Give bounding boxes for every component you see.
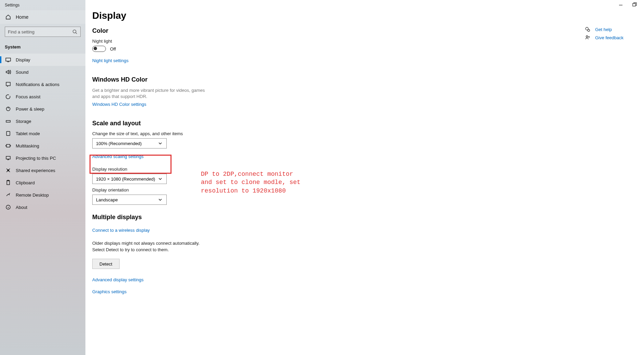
minimize-button[interactable] [618, 2, 624, 8]
nav-label: Projecting to this PC [16, 156, 56, 161]
svg-point-15 [586, 36, 588, 38]
night-light-settings-link[interactable]: Night light settings [92, 58, 128, 63]
sidebar-item-notifications[interactable]: Notifications & actions [0, 78, 85, 90]
detect-desc: Older displays might not always connect … [92, 240, 212, 253]
window-controls [618, 0, 644, 10]
home-button[interactable]: Home [0, 10, 85, 24]
give-feedback-link[interactable]: Give feedback [585, 35, 624, 40]
multitasking-icon [5, 143, 11, 148]
resolution-dropdown[interactable]: 1920 × 1080 (Recommended) [92, 174, 167, 184]
clipboard-icon [5, 180, 11, 185]
multi-heading: Multiple displays [92, 214, 644, 221]
sound-icon [5, 69, 11, 75]
projecting-icon [5, 155, 11, 161]
home-label: Home [16, 14, 28, 20]
night-light-state: Off [110, 46, 116, 52]
content: Display Color Night light Off Night ligh… [85, 0, 644, 355]
nav-label: Focus assist [16, 94, 40, 99]
nav-label: Remote Desktop [16, 193, 49, 198]
hd-desc: Get a brighter and more vibrant picture … [92, 87, 212, 100]
sidebar-item-sound[interactable]: Sound [0, 66, 85, 78]
shared-icon [5, 168, 11, 173]
hd-settings-link[interactable]: Windows HD Color settings [92, 102, 146, 107]
scale-dropdown[interactable]: 100% (Recommended) [92, 138, 167, 148]
scale-heading: Scale and layout [92, 120, 644, 127]
sidebar-item-clipboard[interactable]: Clipboard [0, 176, 85, 189]
get-help-label: Get help [595, 27, 612, 32]
annotation-highlight [90, 155, 172, 174]
search-icon [72, 29, 78, 34]
orientation-label: Display orientation [92, 187, 644, 193]
color-heading: Color [92, 27, 644, 34]
chevron-down-icon [157, 176, 163, 182]
search-container: Find a setting [0, 24, 85, 38]
svg-rect-4 [6, 120, 10, 122]
nav-label: Storage [16, 119, 31, 124]
sidebar-item-tablet[interactable]: Tablet mode [0, 127, 85, 140]
night-light-toggle-row: Off [92, 46, 644, 52]
graphics-settings-link[interactable]: Graphics settings [92, 289, 126, 294]
sidebar-item-about[interactable]: About [0, 201, 85, 213]
search-input[interactable]: Find a setting [5, 27, 81, 37]
storage-icon [5, 118, 11, 124]
maximize-button[interactable] [632, 2, 637, 8]
sidebar: Settings Home Find a setting System Disp… [0, 0, 85, 355]
svg-rect-5 [6, 131, 10, 136]
svg-rect-6 [6, 144, 10, 147]
nav-list: Display Sound Notifications & actions Fo… [0, 54, 85, 213]
annotation-text: DP to 2DP,connect monitor and set to clo… [201, 170, 301, 195]
give-feedback-label: Give feedback [595, 35, 624, 40]
advanced-display-link[interactable]: Advanced display settings [92, 277, 143, 282]
sidebar-item-multitasking[interactable]: Multitasking [0, 140, 85, 152]
chevron-down-icon [157, 197, 163, 202]
scale-value: 100% (Recommended) [96, 141, 142, 146]
remote-icon [5, 192, 11, 198]
wireless-display-link[interactable]: Connect to a wireless display [92, 228, 150, 233]
sidebar-item-remote[interactable]: Remote Desktop [0, 189, 85, 201]
search-placeholder: Find a setting [8, 29, 35, 34]
sidebar-item-projecting[interactable]: Projecting to this PC [0, 152, 85, 164]
svg-rect-9 [7, 181, 10, 185]
display-icon [5, 57, 11, 62]
focus-icon [5, 94, 11, 99]
help-icon [585, 27, 590, 32]
feedback-icon [585, 35, 590, 40]
tablet-icon [5, 131, 11, 136]
orientation-value: Landscape [96, 197, 118, 202]
hd-heading: Windows HD Color [92, 76, 644, 83]
nav-label: Power & sleep [16, 106, 44, 112]
nav-label: About [16, 205, 27, 210]
aside-links: Get help Give feedback [585, 27, 624, 40]
resolution-label: Display resolution [92, 167, 644, 172]
resolution-value: 1920 × 1080 (Recommended) [96, 176, 155, 182]
nav-label: Shared experiences [16, 168, 55, 173]
night-light-label: Night light [92, 39, 644, 44]
nav-label: Tablet mode [16, 131, 40, 136]
svg-point-0 [73, 30, 76, 33]
notifications-icon [5, 82, 11, 87]
chevron-down-icon [157, 141, 163, 146]
about-icon [5, 204, 11, 210]
detect-button[interactable]: Detect [92, 259, 120, 269]
sidebar-item-focus[interactable]: Focus assist [0, 90, 85, 103]
main-panel: Display Color Night light Off Night ligh… [85, 0, 644, 298]
svg-rect-2 [6, 82, 10, 86]
sidebar-item-storage[interactable]: Storage [0, 115, 85, 127]
scale-label: Change the size of text, apps, and other… [92, 131, 644, 136]
nav-label: Sound [16, 70, 29, 75]
orientation-dropdown[interactable]: Landscape [92, 195, 167, 205]
sidebar-item-display[interactable]: Display [0, 54, 85, 66]
nav-label: Clipboard [16, 180, 35, 185]
detect-label: Detect [99, 261, 112, 267]
night-light-toggle[interactable] [92, 46, 106, 52]
nav-label: Display [16, 57, 30, 62]
svg-point-14 [588, 29, 590, 31]
get-help-link[interactable]: Get help [585, 27, 624, 32]
window-title: Settings [0, 0, 85, 10]
nav-label: Multitasking [16, 143, 39, 148]
sidebar-item-power[interactable]: Power & sleep [0, 103, 85, 115]
page-title: Display [92, 10, 644, 21]
sidebar-item-shared[interactable]: Shared experiences [0, 164, 85, 176]
power-icon [5, 106, 11, 112]
section-label: System [0, 38, 85, 54]
